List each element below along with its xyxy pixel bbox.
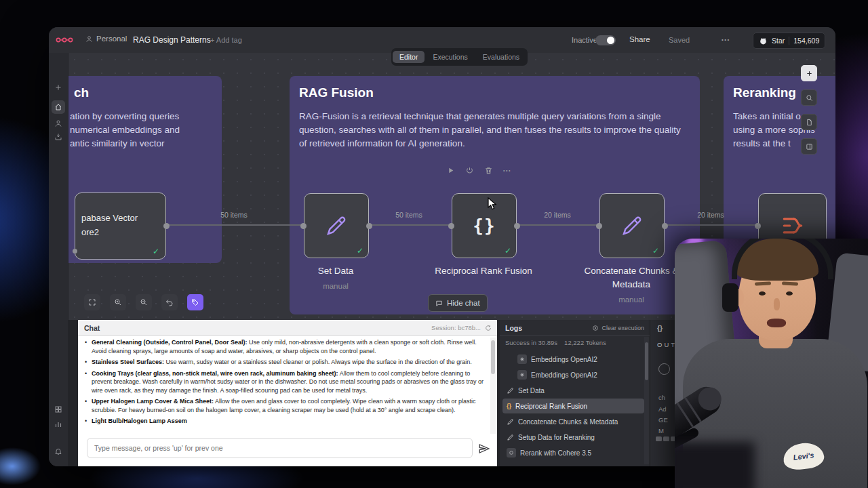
more-icon[interactable]: ••• bbox=[503, 168, 511, 173]
input-handle[interactable] bbox=[596, 223, 602, 229]
edge-label: 20 items bbox=[697, 211, 724, 219]
node-supabase-vector-store[interactable]: pabase Vector ore2 ✓ bbox=[75, 192, 166, 260]
user-icon[interactable] bbox=[54, 119, 62, 127]
node-label-rrf: Reciprocal Rank Fusion bbox=[425, 264, 542, 278]
tab-evaluations[interactable]: Evaluations bbox=[476, 51, 526, 63]
more-menu-button[interactable]: ••• bbox=[722, 37, 730, 43]
hide-chat-button[interactable]: Hide chat bbox=[428, 294, 488, 312]
chat-scrollbar-thumb[interactable] bbox=[491, 340, 495, 374]
output-handle[interactable] bbox=[514, 223, 520, 229]
chat-messages[interactable]: General Cleaning (Outside, Control Panel… bbox=[78, 336, 489, 435]
headphones-earcup bbox=[722, 283, 738, 312]
send-icon[interactable] bbox=[478, 443, 490, 455]
chat-message: Light Bulb/Halogen Lamp Assem bbox=[92, 417, 485, 426]
edge[interactable] bbox=[665, 224, 758, 226]
edge[interactable] bbox=[517, 224, 599, 226]
bell-icon[interactable] bbox=[54, 447, 62, 455]
logs-scrollbar-thumb[interactable] bbox=[645, 342, 648, 380]
pencil-icon bbox=[507, 418, 514, 426]
breadcrumb-label: Personal bbox=[96, 35, 127, 43]
note-body: ation by converting queries numerical em… bbox=[70, 110, 180, 150]
refresh-icon[interactable] bbox=[485, 325, 492, 331]
pencil-icon bbox=[620, 214, 644, 238]
log-item[interactable]: Set Data bbox=[500, 383, 644, 398]
chart-icon[interactable] bbox=[54, 420, 62, 428]
openai-icon bbox=[517, 370, 527, 380]
log-item[interactable]: Embeddings OpenAI2 bbox=[500, 352, 644, 367]
undo-icon[interactable] bbox=[161, 294, 178, 310]
nose bbox=[774, 298, 780, 310]
input-handle[interactable] bbox=[300, 223, 307, 229]
panels-icon[interactable] bbox=[801, 138, 817, 155]
node-concatenate-chunks[interactable]: ✓ bbox=[599, 193, 665, 258]
pencil-icon bbox=[507, 387, 514, 394]
chat-input[interactable] bbox=[87, 444, 472, 452]
output-handle[interactable] bbox=[366, 223, 372, 229]
github-star-button[interactable]: Star 154,609 bbox=[753, 33, 825, 49]
tab-executions[interactable]: Executions bbox=[426, 51, 474, 63]
inbox-download-icon[interactable] bbox=[54, 133, 62, 141]
star-label: Star bbox=[772, 37, 785, 45]
note-title: RAG Fusion bbox=[299, 85, 374, 100]
share-button[interactable]: Share bbox=[629, 35, 650, 43]
power-icon[interactable] bbox=[465, 166, 474, 175]
log-item[interactable]: Setup Data for Reranking bbox=[500, 430, 644, 445]
pencil-icon bbox=[324, 214, 349, 238]
success-check-icon: ✓ bbox=[505, 246, 511, 256]
chat-message: Upper Halogen Lamp Cover & Mica Sheet: A… bbox=[92, 397, 485, 414]
tab-editor[interactable]: Editor bbox=[393, 51, 425, 63]
log-item[interactable]: Rerank with Cohere 3.5 bbox=[500, 445, 644, 460]
home-icon[interactable] bbox=[52, 100, 65, 114]
cohere-icon bbox=[507, 448, 516, 458]
chat-title: Chat bbox=[84, 324, 100, 332]
sub-output-handle[interactable] bbox=[73, 249, 77, 253]
execution-status: Success in 30.89s12,222 Tokens bbox=[505, 339, 606, 346]
note-title: Reranking bbox=[733, 85, 796, 100]
breadcrumb[interactable]: Personal bbox=[85, 35, 127, 43]
search-icon[interactable] bbox=[801, 89, 817, 106]
workflow-title[interactable]: RAG Design Patterns bbox=[133, 35, 211, 45]
edge[interactable] bbox=[370, 224, 452, 226]
node-reciprocal-rank-fusion[interactable]: {} ✓ bbox=[452, 193, 517, 258]
edge[interactable] bbox=[165, 224, 304, 226]
input-handle[interactable] bbox=[448, 223, 454, 229]
zoom-in-icon[interactable] bbox=[110, 294, 126, 310]
left-sidebar: AA bbox=[49, 53, 68, 466]
output-handle[interactable] bbox=[163, 223, 170, 229]
divider bbox=[789, 37, 789, 45]
webcam-overlay: Levi's bbox=[675, 239, 868, 488]
inactive-label: Inactive bbox=[572, 36, 597, 44]
logs-scrollbar[interactable] bbox=[644, 337, 649, 464]
play-icon[interactable] bbox=[446, 166, 455, 175]
plus-icon[interactable] bbox=[54, 83, 62, 92]
saved-status: Saved bbox=[669, 36, 690, 44]
edge-label: 50 items bbox=[220, 211, 248, 219]
zoom-out-icon[interactable] bbox=[136, 294, 152, 310]
code-braces-icon: {} bbox=[507, 403, 511, 409]
tag-icon[interactable] bbox=[187, 294, 203, 310]
chat-scrollbar[interactable] bbox=[490, 338, 496, 434]
workflow-active-toggle[interactable] bbox=[595, 35, 616, 45]
log-item-selected[interactable]: {} Reciprocal Rank Fusion bbox=[502, 399, 644, 413]
document-icon[interactable] bbox=[801, 114, 817, 130]
view-tabs: Editor Executions Evaluations bbox=[391, 48, 528, 66]
edge-label: 50 items bbox=[395, 211, 422, 219]
input-handle[interactable] bbox=[755, 223, 761, 229]
json-braces-icon[interactable]: {} bbox=[657, 324, 663, 332]
log-item[interactable]: Embeddings OpenAI2 bbox=[500, 367, 644, 382]
log-item[interactable]: Concatenate Chunks & Metadata bbox=[500, 414, 644, 429]
headphones-band bbox=[732, 239, 833, 279]
success-check-icon: ✓ bbox=[357, 246, 363, 256]
trash-icon[interactable] bbox=[484, 166, 493, 175]
add-tag-button[interactable]: + Add tag bbox=[210, 36, 242, 44]
node-set-data[interactable]: ✓ bbox=[304, 193, 369, 258]
session-id: Session: bc78b... bbox=[431, 324, 481, 331]
add-sticky-button[interactable] bbox=[801, 65, 817, 81]
expand-icon[interactable] bbox=[84, 294, 100, 310]
output-fragment: ch bbox=[658, 394, 665, 401]
chat-panel: Chat Session: bc78b... General Cleaning … bbox=[78, 320, 497, 466]
output-handle[interactable] bbox=[662, 223, 668, 229]
canvas-controls bbox=[84, 294, 203, 310]
clear-execution-button[interactable]: Clear execution bbox=[592, 325, 644, 331]
grid-icon[interactable] bbox=[54, 405, 62, 413]
